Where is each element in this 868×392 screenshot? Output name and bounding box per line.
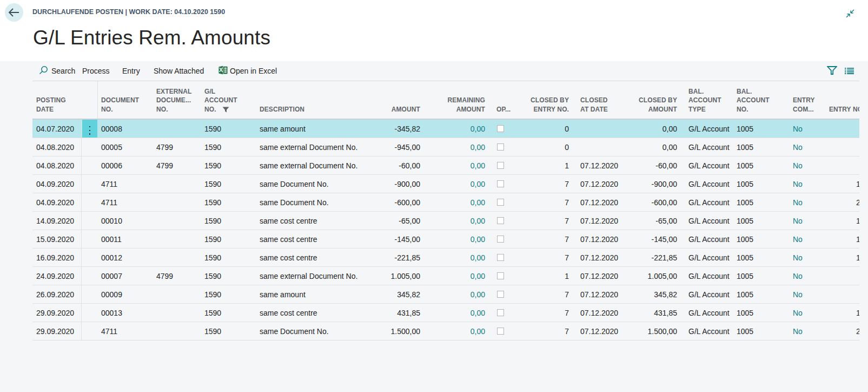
svg-text:X: X <box>219 67 223 73</box>
